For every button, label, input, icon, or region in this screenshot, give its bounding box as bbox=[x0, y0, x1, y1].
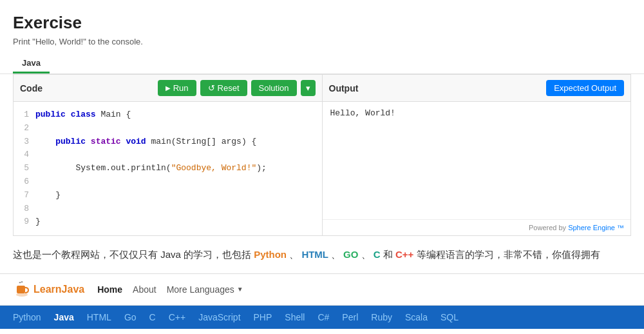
code-panel-header: Code Run Reset Solution ▾ bbox=[14, 75, 322, 102]
nav-logo-java: Java bbox=[62, 284, 85, 295]
code-line: 7 } bbox=[19, 189, 317, 202]
nav-logo-text: LearnJava bbox=[33, 284, 84, 295]
code-line: 2 bbox=[19, 122, 317, 135]
lang-item-scala[interactable]: Scala bbox=[405, 312, 428, 322]
desc-go: GO bbox=[343, 249, 361, 260]
code-line: 5 System.out.println("Goodbye, World!"); bbox=[19, 162, 317, 175]
output-label: Output bbox=[329, 83, 359, 93]
line-number: 8 bbox=[19, 202, 29, 216]
code-line: 4 bbox=[19, 148, 317, 162]
nav-links: Home About More Languages ▼ bbox=[97, 284, 243, 295]
lang-item-ruby[interactable]: Ruby bbox=[371, 312, 392, 322]
code-text: public static void main(String[] args) { bbox=[35, 135, 256, 149]
logo-icon bbox=[13, 280, 31, 299]
nav-home[interactable]: Home bbox=[97, 284, 122, 295]
lang-item-java[interactable]: Java bbox=[54, 312, 74, 322]
lang-item-php[interactable]: PHP bbox=[254, 312, 272, 322]
sphere-engine-link[interactable]: Sphere Engine ™ bbox=[568, 224, 624, 231]
powered-by-text: Powered by bbox=[529, 224, 566, 231]
desc-html: HTML bbox=[301, 249, 331, 260]
expand-button[interactable]: ▾ bbox=[301, 80, 316, 96]
exercise-section: Exercise Print "Hello, World!" to the co… bbox=[0, 0, 644, 74]
lang-item-sql[interactable]: SQL bbox=[440, 312, 459, 322]
more-languages-label: More Languages bbox=[167, 284, 234, 295]
tab-java[interactable]: Java bbox=[13, 54, 50, 74]
page-wrapper: Exercise Print "Hello, World!" to the co… bbox=[0, 0, 644, 329]
reset-button[interactable]: Reset bbox=[200, 80, 247, 96]
toolbar: Run Reset Solution ▾ bbox=[158, 80, 316, 96]
code-line: 6 bbox=[19, 175, 317, 189]
lang-item-html[interactable]: HTML bbox=[87, 312, 111, 322]
expected-output-button[interactable]: Expected Output bbox=[546, 80, 624, 96]
code-line: 3 public static void main(String[] args)… bbox=[19, 135, 317, 149]
code-text: System.out.println("Goodbye, World!"); bbox=[35, 162, 267, 175]
output-area: Hello, World! bbox=[323, 102, 631, 219]
line-number: 3 bbox=[19, 135, 29, 149]
desc-python: Python bbox=[254, 249, 289, 260]
nav-logo[interactable]: LearnJava bbox=[13, 280, 84, 299]
lang-item-perl[interactable]: Perl bbox=[342, 312, 358, 322]
code-panel: Code Run Reset Solution ▾ 1 public class… bbox=[13, 74, 322, 236]
desc-sep4: 和 bbox=[383, 249, 395, 260]
lang-item-shell[interactable]: Shell bbox=[285, 312, 305, 322]
lang-item-c++[interactable]: C++ bbox=[169, 312, 185, 322]
tab-bar: Java bbox=[13, 54, 631, 74]
line-number: 6 bbox=[19, 175, 29, 189]
description-section: 这也是一个教程网站，不仅仅只有 Java 的学习，也包括 Python 、 HT… bbox=[0, 236, 644, 273]
exercise-title: Exercise bbox=[13, 13, 631, 33]
exercise-description: Print "Hello, World!" to the console. bbox=[13, 37, 631, 46]
lang-item-go[interactable]: Go bbox=[124, 312, 137, 322]
nav-more-languages[interactable]: More Languages ▼ bbox=[167, 284, 243, 295]
desc-sep1: 、 bbox=[289, 249, 299, 260]
line-number: 2 bbox=[19, 122, 29, 135]
desc-c: C bbox=[374, 249, 383, 260]
desc-sep3: 、 bbox=[361, 249, 371, 260]
line-number: 1 bbox=[19, 108, 29, 122]
output-footer: Powered by Sphere Engine ™ bbox=[323, 219, 631, 235]
code-line: 9 } bbox=[19, 215, 317, 229]
code-area: 1 public class Main { 2 3 public static … bbox=[14, 102, 322, 235]
code-text: public class Main { bbox=[35, 108, 131, 122]
desc-sep2: 、 bbox=[331, 249, 341, 260]
solution-button[interactable]: Solution bbox=[251, 80, 297, 96]
output-content: Hello, World! bbox=[330, 108, 395, 118]
desc-text-before: 这也是一个教程网站，不仅仅只有 Java 的学习，也包括 bbox=[13, 249, 251, 260]
code-text: } bbox=[35, 189, 61, 202]
svg-rect-1 bbox=[17, 286, 25, 293]
lang-item-c#[interactable]: C# bbox=[317, 312, 329, 322]
line-number: 4 bbox=[19, 148, 29, 162]
code-line: 1 public class Main { bbox=[19, 108, 317, 122]
run-button[interactable]: Run bbox=[158, 80, 196, 96]
desc-text-after: 等编程语言的学习，非常不错，你值得拥有 bbox=[417, 249, 600, 260]
lang-item-javascript[interactable]: JavaScript bbox=[198, 312, 240, 322]
lang-bar: Python Java HTML Go C C++ JavaScript PHP… bbox=[0, 306, 644, 329]
line-number: 7 bbox=[19, 189, 29, 202]
desc-cpp: C++ bbox=[395, 249, 417, 260]
nav-about[interactable]: About bbox=[133, 284, 156, 295]
code-text: } bbox=[35, 215, 41, 229]
nav-logo-learn: Learn bbox=[33, 284, 62, 295]
dropdown-arrow-icon: ▼ bbox=[237, 286, 243, 293]
line-number: 9 bbox=[19, 215, 29, 229]
nav-bar: LearnJava Home About More Languages ▼ bbox=[0, 273, 644, 306]
lang-item-python[interactable]: Python bbox=[13, 312, 41, 322]
output-panel-header: Output Expected Output bbox=[323, 75, 631, 102]
line-number: 5 bbox=[19, 162, 29, 175]
editor-section: Code Run Reset Solution ▾ 1 public class… bbox=[0, 74, 644, 236]
code-label: Code bbox=[20, 83, 43, 93]
lang-item-c[interactable]: C bbox=[149, 312, 156, 322]
code-line: 8 bbox=[19, 202, 317, 216]
output-panel: Output Expected Output Hello, World! Pow… bbox=[322, 74, 632, 236]
